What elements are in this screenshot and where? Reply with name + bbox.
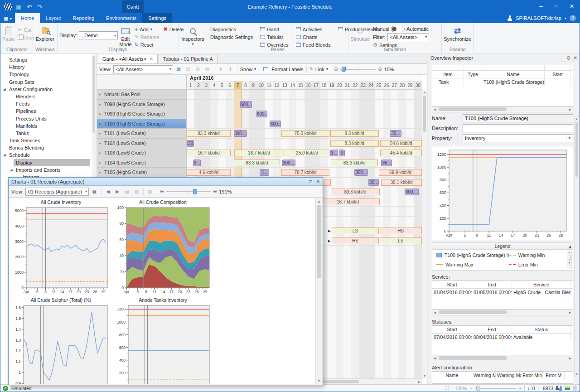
table-cell[interactable]	[545, 78, 571, 86]
charts-scrollbar[interactable]: ▲▼	[315, 198, 322, 384]
close-button[interactable]: ✕	[564, 0, 580, 13]
column-header-status[interactable]: Status	[512, 326, 571, 333]
day-header-22[interactable]: 22	[351, 82, 359, 89]
row-expander-icon[interactable]: ▸	[99, 109, 101, 119]
column-header-start[interactable]: Start	[432, 326, 472, 333]
zoom-out-icon[interactable]: ⊖	[334, 66, 338, 72]
table-cell[interactable]: 01/05/2016 00:00:00	[472, 289, 512, 296]
day-header-13[interactable]: 13	[281, 82, 289, 89]
column-header-start[interactable]: Start	[432, 281, 472, 288]
gantt-bar[interactable]: 83.3 kbbl/d	[331, 189, 379, 195]
day-header-17[interactable]: 17	[312, 82, 320, 89]
day-header-28[interactable]: 28	[398, 82, 406, 89]
gantt-bar[interactable]: 300....	[282, 160, 295, 166]
forward-icon[interactable]: ▶	[114, 188, 121, 195]
gantt-bar[interactable]: 4.6 kbbl/d	[187, 169, 231, 176]
day-header-3[interactable]: 3	[203, 82, 210, 89]
charts-zoom-slider[interactable]	[166, 188, 211, 195]
table-cell[interactable]: Available	[512, 334, 571, 341]
export-icon[interactable]: ▤	[123, 188, 131, 195]
gantt-bar[interactable]: 16.7 kbbl/d	[187, 150, 231, 156]
sidebar-item-topology[interactable]: Topology	[0, 71, 96, 78]
explorer-button[interactable]: Explorer	[35, 24, 55, 42]
gantt-bar[interactable]: 83.3 kbbl/d	[234, 160, 280, 166]
display-combo[interactable]: _Demo▾	[79, 31, 118, 39]
gantt-bar[interactable]: 75.0 kbbl/d	[281, 130, 329, 137]
day-header-25[interactable]: 25	[375, 82, 382, 89]
row-expander-icon[interactable]: ▸	[99, 119, 101, 129]
day-header-12[interactable]: 12	[273, 82, 280, 89]
table-cell[interactable]: HighS Crude - Castilla Blend	[512, 289, 571, 296]
gantt-bar[interactable]: 30.1 kbbl/d	[381, 179, 422, 186]
chart-settings-icon[interactable]: ▦	[91, 188, 98, 195]
document-tab-tabular-01-pipeline-a[interactable]: Tabular - 01 Pipeline A	[159, 54, 218, 63]
legend-header[interactable]: Legend◢	[432, 242, 573, 250]
horizontal-scrollbar[interactable]: ◀▶	[432, 355, 573, 361]
gantt-bar[interactable]: 3...	[260, 169, 269, 176]
tab-environments[interactable]: Environments	[100, 13, 142, 23]
day-header-4[interactable]: 4	[210, 82, 218, 89]
gantt-bar[interactable]: 3...	[193, 160, 201, 166]
horizontal-scrollbar[interactable]: ◀▶	[432, 106, 573, 112]
tree-expander-icon[interactable]: ◢	[3, 86, 5, 93]
show-menu[interactable]: Show	[240, 67, 253, 72]
gantt-bar[interactable]: 45.4 kbbl/d	[380, 150, 422, 156]
users-icon[interactable]	[556, 386, 562, 391]
gantt-bar[interactable]: 600....	[240, 101, 252, 108]
gantt-view-combo[interactable]: <All Assets>▾	[113, 65, 173, 73]
tab-close-icon[interactable]: ✕	[150, 57, 153, 61]
column-header-service[interactable]: Service	[512, 281, 571, 288]
image-icon[interactable]: ▧	[133, 188, 140, 195]
sidebar-item-settings[interactable]: Settings	[0, 56, 96, 63]
day-header-6[interactable]: 6	[226, 82, 233, 89]
sidebar-item-group-sets[interactable]: Group Sets	[0, 78, 96, 86]
row-expander-icon[interactable]: ▸	[99, 168, 101, 177]
table-cell[interactable]: 01/04/2016 00:00:00	[432, 289, 472, 296]
document-tab-gantt-all-assets[interactable]: Gantt - <All Assets>✕	[98, 54, 158, 63]
gantt-row-label-t105-highs-crude[interactable]: ▸T105 (HighS Crude)	[97, 168, 186, 178]
column-header-type[interactable]: Type	[464, 71, 482, 78]
gantt-bar[interactable]: 83.3 kbbl/d	[331, 160, 378, 166]
minimize-button[interactable]: ─	[533, 0, 549, 13]
add-display-button[interactable]: +Add▾	[133, 25, 161, 33]
format-labels-button[interactable]: Format Labels	[271, 67, 303, 72]
sidebar-item-asset-configuration[interactable]: ◢Asset Configuration	[0, 86, 96, 93]
gantt-row-label-t099-highs-crude-storage[interactable]: ▸T099 (HighS Crude Storage)	[97, 109, 186, 119]
day-header-30[interactable]: 30	[414, 82, 422, 89]
filter-combo[interactable]: <All Assets>▾	[387, 33, 429, 41]
gantt-bar[interactable]: 30...	[368, 179, 378, 186]
day-header-27[interactable]: 27	[391, 82, 398, 89]
gantt-bar[interactable]: LS	[380, 237, 422, 244]
day-header-18[interactable]: 18	[320, 82, 328, 89]
inspectors-button[interactable]: Inspectors ▾	[181, 24, 205, 47]
day-header-2[interactable]: 2	[194, 82, 202, 89]
gantt-row-label-t103-lows-crude[interactable]: ▸T103 (LowS Crude)	[97, 148, 186, 158]
sidebar-item-tank-services[interactable]: Tank Services	[0, 137, 96, 144]
inspector-close-icon[interactable]: ✕	[574, 55, 577, 60]
synchronize-button[interactable]: ⇄ Synchronize	[444, 24, 471, 42]
edit-mode-button[interactable]: Edit Mode	[119, 24, 132, 47]
application-menu-icon[interactable]: ▦ ▾	[0, 13, 15, 23]
gantt-row-label-t104-lows-crude[interactable]: ▸T104 (LowS Crude)	[97, 158, 186, 168]
gantt-bar[interactable]: 3...	[330, 150, 338, 156]
sidebar-item-imports-and-exports[interactable]: ◢Imports and Exports	[0, 166, 96, 174]
day-header-7[interactable]: 7	[234, 82, 242, 89]
table-cell[interactable]: T100 (HighS Crude Storage)	[482, 78, 545, 86]
paste-button[interactable]: Paste	[2, 24, 15, 42]
row-tool-icon[interactable]: ▤	[184, 66, 192, 73]
column-header-name[interactable]: Name	[482, 71, 545, 78]
table-cell[interactable]: 07/04/2016 00:00:00	[432, 334, 472, 341]
add-row-icon[interactable]: ▦	[175, 66, 183, 73]
day-header-10[interactable]: 10	[257, 82, 265, 89]
day-header-29[interactable]: 29	[406, 82, 414, 89]
day-header-9[interactable]: 9	[249, 82, 257, 89]
save-icon[interactable]: ▣	[16, 4, 21, 10]
gantt-bar[interactable]: 35...	[390, 130, 401, 137]
gantt-row-label-t098-highs-crude-storage[interactable]: ▸T098 (HighS Crude Storage)	[97, 100, 186, 110]
column-header-error-min[interactable]: Error Min	[521, 372, 543, 379]
gantt-row-label-t102-lows-crude[interactable]: ▸T102 (LowS Crude)	[97, 139, 186, 149]
sidebar-item-pipelines[interactable]: Pipelines	[0, 107, 96, 115]
row-expander-icon[interactable]: ▸	[99, 129, 101, 138]
day-header-21[interactable]: 21	[343, 82, 351, 89]
row-expander-icon[interactable]: ▸	[99, 100, 101, 109]
